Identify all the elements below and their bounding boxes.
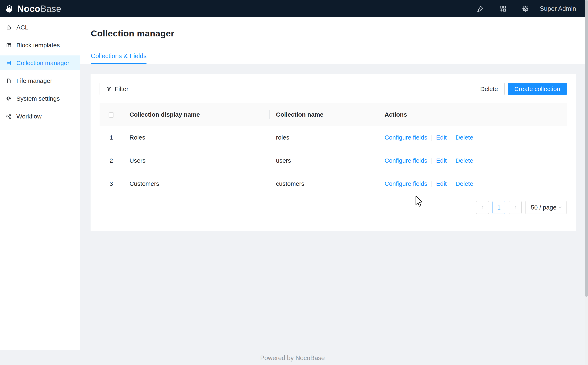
toolbar-right-actions: Delete Create collection <box>474 83 567 95</box>
table-row: 3 Customers customers Configure fieldsEd… <box>100 172 567 195</box>
sidebar-item-collection-manager[interactable]: Collection manager <box>0 56 80 70</box>
column-header-actions: Actions <box>378 103 567 126</box>
cell-actions: Configure fieldsEditDelete <box>378 149 567 172</box>
filter-button[interactable]: Filter <box>100 83 135 95</box>
edit-link[interactable]: Edit <box>436 180 447 187</box>
configure-fields-link[interactable]: Configure fields <box>385 157 427 164</box>
gear-icon <box>6 96 12 101</box>
topbar-actions: Super Admin <box>462 5 576 13</box>
edit-link[interactable]: Edit <box>436 157 447 164</box>
footer-text: Powered by NocoBase <box>260 354 325 362</box>
lock-icon <box>6 25 12 30</box>
delete-link[interactable]: Delete <box>456 180 473 187</box>
app-root: NocoBase Super Admin ACL Block templates… <box>0 0 588 365</box>
nocobase-logo[interactable]: NocoBase <box>5 4 61 14</box>
logo-text-bold: Noco <box>17 3 40 14</box>
cell-collection-name: users <box>269 149 378 172</box>
sidebar-item-workflow[interactable]: Workflow <box>0 109 80 124</box>
action-divider <box>431 158 432 164</box>
nocobase-cube-icon <box>5 4 15 14</box>
table-header-row: Collection display name Collection name … <box>100 103 567 126</box>
sidebar: ACL Block templates Collection manager F… <box>0 17 80 350</box>
action-divider <box>451 158 451 164</box>
action-divider <box>431 135 432 141</box>
next-page-button[interactable] <box>509 201 522 214</box>
collections-table: Collection display name Collection name … <box>100 103 567 195</box>
page-size-select[interactable]: 50 / page <box>525 201 567 214</box>
prev-page-button[interactable] <box>476 201 489 214</box>
action-divider <box>451 135 451 141</box>
delete-button-label: Delete <box>480 85 498 92</box>
chevron-right-icon <box>513 205 518 210</box>
delete-button[interactable]: Delete <box>474 83 505 95</box>
main-area: Collection manager Collections & Fields … <box>80 17 588 231</box>
add-blocks-icon[interactable] <box>499 5 507 13</box>
cell-display-name: Users <box>123 149 269 172</box>
collections-card: Filter Delete Create collection <box>91 74 576 231</box>
database-icon <box>6 60 12 66</box>
cell-actions: Configure fieldsEditDelete <box>378 126 567 149</box>
create-collection-button[interactable]: Create collection <box>508 83 567 95</box>
content-area: Filter Delete Create collection <box>80 64 588 231</box>
row-index: 2 <box>100 149 123 172</box>
sidebar-item-file-manager[interactable]: File manager <box>0 73 80 88</box>
logo-text-light: Base <box>40 3 61 14</box>
configure-fields-link[interactable]: Configure fields <box>385 134 427 141</box>
filter-funnel-icon <box>106 86 112 92</box>
pagination: 1 50 / page <box>100 201 567 214</box>
current-user-menu[interactable]: Super Admin <box>540 5 576 13</box>
footer: Powered by NocoBase <box>0 354 585 362</box>
column-header-display-name: Collection display name <box>123 103 269 126</box>
page-title: Collection manager <box>91 28 174 38</box>
vertical-scrollbar[interactable] <box>585 0 588 365</box>
edit-link[interactable]: Edit <box>436 134 447 141</box>
column-header-name: Collection name <box>269 103 378 126</box>
cell-actions: Configure fieldsEditDelete <box>378 172 567 195</box>
sidebar-item-block-templates[interactable]: Block templates <box>0 38 80 53</box>
sidebar-item-acl[interactable]: ACL <box>0 20 80 35</box>
scrollbar-thumb[interactable] <box>585 0 588 297</box>
filter-button-label: Filter <box>115 85 129 92</box>
page-1-button[interactable]: 1 <box>493 201 505 214</box>
sidebar-item-label: System settings <box>16 95 60 102</box>
select-all-checkbox[interactable] <box>109 112 114 118</box>
sidebar-item-label: ACL <box>16 24 28 31</box>
top-header: NocoBase Super Admin <box>0 0 588 17</box>
row-index: 1 <box>100 126 123 149</box>
tab-collections-fields[interactable]: Collections & Fields <box>91 52 146 64</box>
table-row: 2 Users users Configure fieldsEditDelete <box>100 149 567 172</box>
sidebar-item-label: Workflow <box>16 113 42 120</box>
cell-display-name: Roles <box>123 126 269 149</box>
ui-editor-pen-icon[interactable] <box>477 5 484 13</box>
cell-display-name: Customers <box>123 172 269 195</box>
cell-collection-name: customers <box>269 172 378 195</box>
sidebar-item-system-settings[interactable]: System settings <box>0 91 80 106</box>
chevron-left-icon <box>480 205 485 210</box>
create-collection-label: Create collection <box>515 85 560 92</box>
sidebar-item-label: Collection manager <box>16 60 69 66</box>
action-divider <box>451 181 451 187</box>
settings-gear-icon[interactable] <box>522 5 529 13</box>
page-size-value: 50 / page <box>531 204 556 211</box>
file-icon <box>6 78 12 84</box>
sidebar-item-label: File manager <box>16 77 52 84</box>
cell-collection-name: roles <box>269 126 378 149</box>
table-row: 1 Roles roles Configure fieldsEditDelete <box>100 126 567 149</box>
table-toolbar: Filter Delete Create collection <box>100 83 567 95</box>
page-header: Collection manager Collections & Fields <box>80 17 588 64</box>
workflow-icon <box>6 113 12 119</box>
tab-label: Collections & Fields <box>91 52 146 60</box>
configure-fields-link[interactable]: Configure fields <box>385 180 427 187</box>
delete-link[interactable]: Delete <box>456 157 473 164</box>
delete-link[interactable]: Delete <box>456 134 473 141</box>
logo-text: NocoBase <box>17 4 61 13</box>
sidebar-item-label: Block templates <box>16 42 60 49</box>
row-index: 3 <box>100 172 123 195</box>
action-divider <box>431 181 432 187</box>
chevron-down-icon <box>558 205 563 210</box>
layout-icon <box>6 42 12 48</box>
